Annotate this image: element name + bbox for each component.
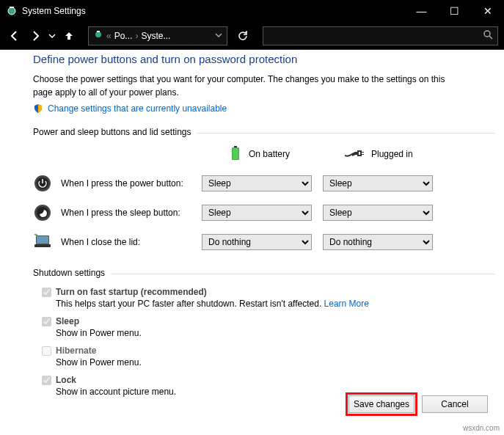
lid-row: When I close the lid: Do nothing Do noth… — [33, 233, 495, 252]
svg-rect-9 — [361, 152, 364, 153]
close-button[interactable]: ✕ — [471, 0, 504, 22]
section-header: Power and sleep buttons and lid settings — [33, 127, 191, 139]
back-button[interactable] — [6, 27, 23, 45]
column-headers: On battery Plugged in — [33, 146, 495, 162]
laptop-icon — [33, 233, 52, 252]
address-icon — [93, 29, 103, 42]
lock-checkbox[interactable] — [42, 376, 51, 385]
app-icon — [6, 5, 18, 17]
title-bar: System Settings — ☐ ✕ — [0, 0, 504, 22]
save-button[interactable]: Save changes — [348, 395, 414, 413]
plugged-in-header: Plugged in — [323, 148, 444, 160]
change-settings-link-row: Change settings that are currently unava… — [33, 103, 495, 114]
footer-buttons: Save changes Cancel — [348, 395, 488, 413]
shield-icon — [33, 103, 43, 114]
power-button-row: When I press the power button: Sleep Sle… — [33, 174, 495, 193]
sleep-button-row: When I press the sleep button: Sleep Sle… — [33, 203, 495, 222]
hibernate-checkbox[interactable] — [42, 346, 51, 356]
page-title: Define power buttons and turn on passwor… — [33, 53, 495, 65]
crumb-sep: « — [106, 31, 112, 41]
sleep-item: Sleep Show in Power menu. — [42, 316, 495, 340]
row-label: When I press the power button: — [61, 178, 202, 189]
shutdown-section: Shutdown settings Turn on fast startup (… — [33, 268, 495, 398]
power-icon — [33, 174, 52, 193]
breadcrumb-item[interactable]: Syste... — [141, 31, 170, 41]
breadcrumb-item[interactable]: Po... — [114, 31, 133, 41]
svg-point-2 — [95, 32, 101, 37]
svg-point-0 — [8, 7, 15, 15]
plug-icon — [345, 148, 365, 160]
change-settings-link[interactable]: Change settings that are currently unava… — [48, 103, 227, 114]
lid-battery-select[interactable]: Do nothing — [202, 234, 312, 250]
svg-rect-6 — [234, 146, 237, 147]
svg-line-5 — [489, 36, 492, 39]
row-label: When I close the lid: — [61, 237, 202, 247]
power-buttons-section: Power and sleep buttons and lid settings… — [33, 127, 495, 252]
watermark: wsxdn.com — [463, 424, 500, 432]
minimize-button[interactable]: — — [405, 0, 438, 22]
search-icon[interactable] — [483, 29, 493, 43]
svg-rect-8 — [233, 148, 238, 159]
chevron-down-icon[interactable] — [215, 31, 222, 41]
cancel-button[interactable]: Cancel — [422, 395, 488, 413]
power-plugged-select[interactable]: Sleep — [323, 175, 433, 191]
fast-startup-checkbox[interactable] — [42, 288, 51, 297]
search-input[interactable] — [268, 31, 483, 41]
section-header: Shutdown settings — [33, 268, 105, 279]
window-title: System Settings — [22, 6, 86, 16]
svg-rect-17 — [34, 244, 51, 247]
row-label: When I press the sleep button: — [61, 208, 202, 218]
sleep-checkbox[interactable] — [42, 317, 51, 326]
search-box[interactable] — [263, 26, 498, 45]
svg-rect-1 — [10, 7, 14, 8]
svg-rect-3 — [97, 31, 100, 32]
battery-icon — [231, 146, 243, 162]
crumb-sep: › — [135, 31, 138, 41]
fast-startup-item: Turn on fast startup (recommended) This … — [42, 287, 495, 310]
up-button[interactable] — [60, 27, 78, 45]
nav-bar: « Po... › Syste... — [0, 22, 504, 50]
forward-button[interactable] — [26, 27, 44, 45]
sleep-battery-select[interactable]: Sleep — [202, 205, 312, 221]
on-battery-header: On battery — [202, 146, 323, 162]
power-battery-select[interactable]: Sleep — [202, 175, 312, 191]
svg-point-4 — [484, 31, 490, 37]
svg-rect-10 — [361, 154, 364, 155]
hibernate-item: Hibernate Show in Power menu. — [42, 346, 495, 369]
maximize-button[interactable]: ☐ — [438, 0, 471, 22]
sleep-icon — [33, 203, 52, 222]
refresh-button[interactable] — [233, 26, 252, 45]
sleep-plugged-select[interactable]: Sleep — [323, 205, 433, 221]
intro-text: Choose the power settings that you want … — [33, 73, 466, 99]
learn-more-link[interactable]: Learn More — [324, 299, 369, 309]
recent-button[interactable] — [47, 27, 57, 45]
svg-rect-16 — [37, 236, 48, 244]
content-area: Define power buttons and turn on passwor… — [33, 53, 495, 404]
address-bar[interactable]: « Po... › Syste... — [88, 26, 227, 45]
lid-plugged-select[interactable]: Do nothing — [323, 234, 433, 250]
